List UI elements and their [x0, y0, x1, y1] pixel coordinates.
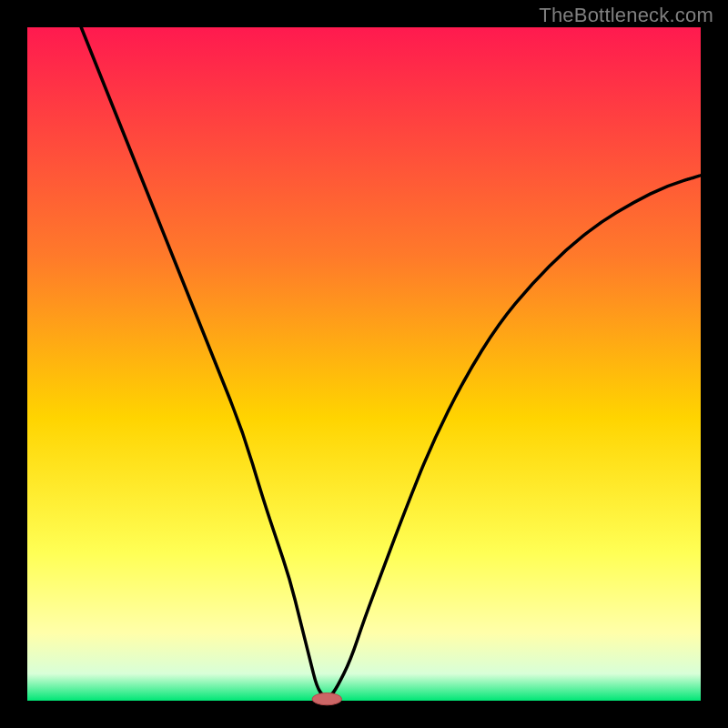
chart-frame: TheBottleneck.com [0, 0, 728, 728]
attribution-text: TheBottleneck.com [539, 4, 713, 27]
optimal-marker [312, 693, 342, 704]
plot-background [27, 27, 701, 701]
chart-svg [0, 0, 728, 728]
